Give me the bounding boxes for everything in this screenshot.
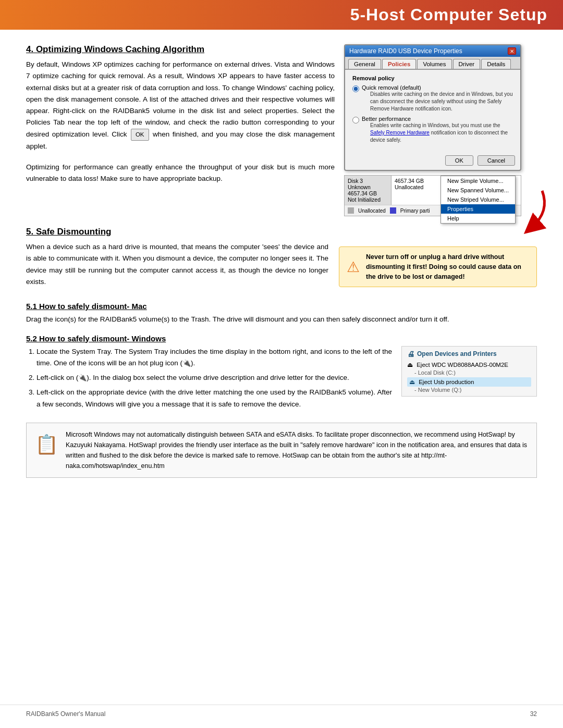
section51-body: Drag the icon(s) for the RAIDBank5 volum…	[26, 314, 537, 325]
legend-primary-label: Primary parti	[400, 208, 430, 214]
radio1-desc: Disables write caching on the device and…	[370, 91, 513, 113]
main-content: 4. Optimizing Windows Caching Algorithm …	[0, 30, 563, 499]
disk-info3: Not Initialized	[348, 196, 388, 203]
section5-heading: 5. Safe Dismounting	[26, 227, 537, 237]
win-tab-general[interactable]: General	[348, 59, 381, 69]
win-tabs: General Policies Volumes Driver Details	[345, 57, 520, 70]
win-dialog-title: Hardware RAID0 USB Device Properties ✕	[345, 45, 520, 57]
footer-left: RAIDBank5 Owner's Manual	[26, 710, 105, 718]
section52-heading: 5.2 How to safely dismount- Windows	[26, 334, 537, 343]
ctx-new-spanned[interactable]: New Spanned Volume...	[441, 186, 515, 195]
warning-text: Never turn off or unplug a hard drive wi…	[366, 252, 529, 281]
note-icon: 📋	[35, 429, 58, 460]
disk-mgmt: Disk 3 Unknown 4657.34 GB Not Initialize…	[344, 175, 521, 216]
win-cancel-button[interactable]: Cancel	[478, 155, 515, 166]
section51: 5.1 How to safely dismount- Mac Drag the…	[26, 302, 537, 325]
disk-info1: Unknown	[348, 184, 388, 190]
radio2-link[interactable]: Safely Remove Hardware	[370, 130, 430, 135]
page-header: 5-Host Computer Setup	[0, 0, 563, 30]
devices-item-1[interactable]: ⏏ Eject WDC WD8088AADS-00M2E	[407, 360, 531, 369]
legend-unallocated-box	[348, 207, 354, 214]
win-dialog-title-text: Hardware RAID0 USB Device Properties	[349, 47, 462, 55]
note-text: Microsoft Windows may not automatically …	[66, 429, 528, 471]
radio1-quick-removal[interactable]	[352, 85, 359, 92]
section5: 5. Safe Dismounting ⚠ Never turn off or …	[26, 227, 537, 292]
ctx-new-striped[interactable]: New Striped Volume...	[441, 195, 515, 204]
section4-image: Hardware RAID0 USB Device Properties ✕ G…	[344, 44, 537, 216]
section4-text: 4. Optimizing Windows Caching Algorithm …	[26, 44, 335, 216]
radio1-label: Quick removal (default)	[362, 84, 513, 91]
ok-inline-button: OK	[131, 129, 149, 141]
section52: 5.2 How to safely dismount- Windows 🖨 Op…	[26, 334, 537, 410]
hotplug-icon-1: 🔌	[182, 359, 191, 367]
step1-text: Locate the System Tray. The System Tray …	[36, 348, 392, 367]
section5-warning: ⚠ Never turn off or unplug a hard drive …	[339, 246, 537, 287]
section51-heading: 5.1 How to safely dismount- Mac	[26, 302, 537, 311]
radio1-row: Quick removal (default) Disables write c…	[352, 84, 513, 113]
win-ok-button[interactable]: OK	[445, 155, 473, 166]
win-devices-panel: 🖨 Open Devices and Printers ⏏ Eject WDC …	[401, 346, 537, 397]
win-dialog: Hardware RAID0 USB Device Properties ✕ G…	[344, 44, 521, 171]
radio2-row: Better performance Enables write caching…	[352, 116, 513, 144]
disk-info: Disk 3 Unknown 4657.34 GB Not Initialize…	[345, 176, 391, 205]
eject-icon-2: ⏏	[409, 378, 415, 386]
devices-item-1-sub: - Local Disk (C:)	[407, 369, 531, 376]
section4: 4. Optimizing Windows Caching Algorithm …	[26, 44, 537, 216]
footer-right: 32	[530, 710, 537, 718]
legend-unallocated-label: Unallocated	[358, 208, 386, 214]
note-box: 📋 Microsoft Windows may not automaticall…	[26, 423, 537, 478]
section4-body2: Optimizing for performance can greatly e…	[26, 162, 335, 185]
hotplug-icon-2: 🔌	[78, 374, 87, 381]
devices-item-1-label: Eject WDC WD8088AADS-00M2E	[417, 362, 508, 368]
win-tab-details[interactable]: Details	[481, 59, 511, 69]
red-arrow-svg	[511, 186, 553, 238]
radio2-desc: Enables write caching in Windows, but yo…	[370, 122, 513, 144]
section4-body: By default, Windows XP optimizes caching…	[26, 59, 335, 152]
win-dialog-title-btns: ✕	[508, 47, 516, 55]
section4-body2-text: Optimizing for performance can greatly e…	[26, 163, 335, 182]
page-title: 5-Host Computer Setup	[16, 5, 547, 24]
disk-context-menu: New Simple Volume... New Spanned Volume.…	[440, 176, 516, 224]
ctx-help[interactable]: Help	[441, 214, 515, 223]
disk-volumes: 4657.34 GB Unallocated New Simple Volume…	[391, 176, 521, 205]
disk-info2: 4657.34 GB	[348, 190, 388, 196]
removal-policy-label: Removal policy	[352, 75, 513, 81]
ctx-new-simple[interactable]: New Simple Volume...	[441, 176, 515, 186]
eject-icon-1: ⏏	[407, 361, 413, 368]
radio2-label: Better performance	[362, 116, 513, 122]
step3-text: Left-click on the appropriate device (wi…	[36, 388, 392, 408]
page-footer: RAIDBank5 Owner's Manual 32	[0, 705, 563, 723]
warning-icon: ⚠	[347, 258, 360, 276]
section4-heading: 4. Optimizing Windows Caching Algorithm	[26, 44, 335, 55]
devices-item-2-label: Eject Usb production	[419, 379, 474, 385]
step2-text: Left-click on (🔌). In the dialog box sel…	[36, 374, 349, 381]
win-body: Removal policy Quick removal (default) D…	[345, 70, 520, 152]
win-tab-volumes[interactable]: Volumes	[417, 59, 451, 69]
radio2-better-performance[interactable]	[352, 117, 359, 124]
win-tab-driver[interactable]: Driver	[453, 59, 481, 69]
devices-title: 🖨 Open Devices and Printers	[407, 350, 531, 358]
devices-item-2-sub: - New Volume (Q:)	[407, 387, 531, 393]
printer-icon: 🖨	[407, 350, 414, 358]
arrow-area: Disk 3 Unknown 4657.34 GB Not Initialize…	[344, 175, 537, 216]
win-close-btn[interactable]: ✕	[508, 47, 516, 55]
disk-row: Disk 3 Unknown 4657.34 GB Not Initialize…	[345, 176, 521, 205]
win-tab-policies[interactable]: Policies	[382, 59, 416, 69]
section5-body1-text: When a device such as a hard drive is mo…	[26, 243, 328, 286]
legend-primary-box	[390, 207, 396, 214]
win-buttons: OK Cancel	[345, 152, 520, 170]
section4-body1: By default, Windows XP optimizes caching…	[26, 60, 335, 138]
ctx-properties[interactable]: Properties	[441, 204, 515, 214]
devices-item-2[interactable]: ⏏ Eject Usb production	[407, 377, 531, 387]
devices-title-text: Open Devices and Printers	[417, 350, 497, 357]
disk-label: Disk 3	[348, 178, 388, 184]
